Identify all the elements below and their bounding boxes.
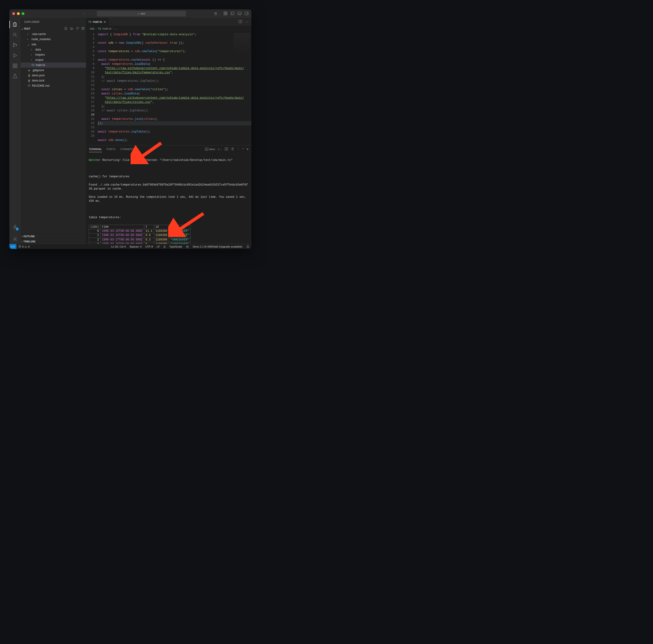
terminal-shell-label[interactable]: deno <box>205 148 215 151</box>
tree-item-node-modules[interactable]: node_modules <box>21 36 86 42</box>
svg-rect-21 <box>16 64 17 65</box>
tab-main-ts[interactable]: TS main.ts ✕ <box>86 18 109 26</box>
collapse-all-icon[interactable] <box>81 27 84 30</box>
file-icon: ⓘ <box>27 84 31 88</box>
ts-file-icon: TS <box>98 27 101 30</box>
activity-scm-icon[interactable] <box>9 41 21 50</box>
svg-point-15 <box>13 46 14 47</box>
nav-back-icon[interactable]: ← <box>83 12 86 16</box>
cursor-position[interactable]: Ln 20, Col 4 <box>109 245 127 248</box>
new-terminal-icon[interactable]: + ⌄ <box>218 148 222 151</box>
editor-tabs: TS main.ts ✕ ⋯ <box>86 18 251 26</box>
svg-point-12 <box>14 33 16 36</box>
explorer-sidebar: EXPLORER ⋯ TEST .sda-cachenode_modulessd… <box>21 18 86 244</box>
tree-item-data[interactable]: data <box>21 47 86 52</box>
svg-point-36 <box>188 246 188 247</box>
minimap[interactable] <box>234 33 250 54</box>
sidebar-more-icon[interactable]: ⋯ <box>80 20 82 24</box>
activity-search-icon[interactable] <box>9 30 21 40</box>
annotation-arrow-1 <box>130 141 164 164</box>
activity-debug-icon[interactable] <box>9 51 21 60</box>
svg-point-14 <box>13 43 14 44</box>
new-folder-icon[interactable] <box>70 27 73 30</box>
crumb-file[interactable]: main.ts <box>102 27 112 30</box>
deno-status[interactable] <box>184 245 191 248</box>
bottom-panel: TERMINAL PORTS COMMENTS deno + ⌄ ⋯ ^ ✕ W… <box>86 145 251 244</box>
timeline-section[interactable]: TIMELINE <box>21 239 86 244</box>
split-editor-icon[interactable] <box>239 20 242 24</box>
svg-marker-17 <box>14 54 17 57</box>
annotation-arrow-2 <box>168 211 206 237</box>
activity-explorer-icon[interactable] <box>9 20 21 29</box>
outline-section[interactable]: OUTLINE <box>21 233 86 239</box>
code-editor[interactable]: 1234567891011121314151617181920212223242… <box>86 31 251 145</box>
tree-item-main-ts[interactable]: TSmain.ts <box>21 63 86 68</box>
toggle-panel-icon[interactable] <box>238 11 241 16</box>
crumb-folder[interactable]: sda <box>90 27 94 30</box>
notifications-icon[interactable] <box>244 245 251 248</box>
maximize-panel-icon[interactable]: ^ <box>242 148 244 151</box>
ts-file-icon: TS <box>88 21 91 23</box>
svg-rect-5 <box>226 14 227 15</box>
activity-testing-icon[interactable] <box>9 71 21 81</box>
line-gutter: 1234567891011121314151617181920212223242… <box>86 31 98 145</box>
app-window: ← → ⌕ test ⌄ <box>9 9 251 249</box>
activity-accounts-icon[interactable]: 1 <box>9 222 21 231</box>
new-file-icon[interactable] <box>64 27 68 30</box>
maximize-window-button[interactable] <box>22 12 24 15</box>
svg-rect-28 <box>205 148 208 151</box>
language-mode[interactable]: TypeScript <box>167 245 184 248</box>
sidebar-title-row: EXPLORER ⋯ <box>21 18 86 26</box>
toggle-secondary-sidebar-icon[interactable] <box>245 11 248 16</box>
status-bar: ⓧ0 ⚠0 Ln 20, Col 4 Spaces: 4 UTF-8 LF {}… <box>9 244 251 249</box>
tree-item-deno-lock[interactable]: {}deno.lock <box>21 78 86 83</box>
chevron-right-icon <box>31 53 34 56</box>
tree-item-output[interactable]: output <box>21 57 86 63</box>
deno-version[interactable]: Deno 2.1.9+28834a8 (Upgrade available) <box>191 245 244 248</box>
chevron-right-icon <box>31 58 34 61</box>
tree-item-label: helpers <box>35 53 45 56</box>
problems-status[interactable]: ⓧ0 ⚠0 <box>17 245 31 248</box>
tree-item-deno-json[interactable]: {}deno.json <box>21 73 86 78</box>
activity-extensions-icon[interactable] <box>9 61 21 71</box>
nav-forward-icon[interactable]: → <box>89 12 92 16</box>
tree-item--gitignore[interactable]: ◈.gitignore <box>21 68 86 73</box>
activity-settings-icon[interactable] <box>9 234 21 244</box>
command-center-search[interactable]: ⌕ test <box>97 11 186 17</box>
panel-tab-terminal[interactable]: TERMINAL <box>89 148 102 152</box>
remote-indicator[interactable] <box>9 244 17 249</box>
breadcrumb[interactable]: sda › TS main.ts › ... <box>86 26 251 31</box>
tree-item--sda-cache[interactable]: .sda-cache <box>21 31 86 36</box>
tree-item-label: deno.json <box>32 74 45 77</box>
tree-item-label: sda <box>31 43 36 46</box>
close-window-button[interactable] <box>12 12 15 15</box>
tree-item-sda[interactable]: sda <box>21 42 86 47</box>
root-folder-name: TEST <box>24 27 30 30</box>
tree-item-label: deno.lock <box>32 79 45 82</box>
tree-item-readme-md[interactable]: ⓘREADME.md <box>21 83 86 88</box>
crumb-symbol[interactable]: ... <box>115 27 118 30</box>
tree-item-helpers[interactable]: helpers <box>21 52 86 57</box>
indent-status[interactable]: Spaces: 4 <box>128 245 144 248</box>
close-tab-icon[interactable]: ✕ <box>103 20 106 24</box>
editor-more-icon[interactable]: ⋯ <box>245 20 248 24</box>
panel-more-icon[interactable]: ⋯ <box>237 148 240 151</box>
lang-icon[interactable]: {} <box>162 245 168 248</box>
eol-status[interactable]: LF <box>155 245 162 248</box>
folder-root-header[interactable]: TEST <box>21 26 86 31</box>
svg-rect-18 <box>13 64 15 65</box>
svg-rect-10 <box>245 12 248 15</box>
split-terminal-icon[interactable] <box>225 147 228 151</box>
kill-terminal-icon[interactable] <box>231 147 234 151</box>
code-content[interactable]: import { SimpleDB } from "@nshiab/simple… <box>98 31 251 145</box>
layout-grid-icon[interactable] <box>224 11 227 16</box>
file-icon: ◈ <box>27 69 31 72</box>
copilot-icon[interactable]: ⌄ <box>214 11 220 16</box>
minimize-window-button[interactable] <box>17 12 20 15</box>
toggle-sidebar-icon[interactable] <box>231 11 235 16</box>
svg-point-16 <box>16 45 17 46</box>
close-panel-icon[interactable]: ✕ <box>246 148 248 151</box>
refresh-icon[interactable] <box>76 27 79 30</box>
panel-tab-ports[interactable]: PORTS <box>107 148 116 151</box>
encoding-status[interactable]: UTF-8 <box>144 245 155 248</box>
